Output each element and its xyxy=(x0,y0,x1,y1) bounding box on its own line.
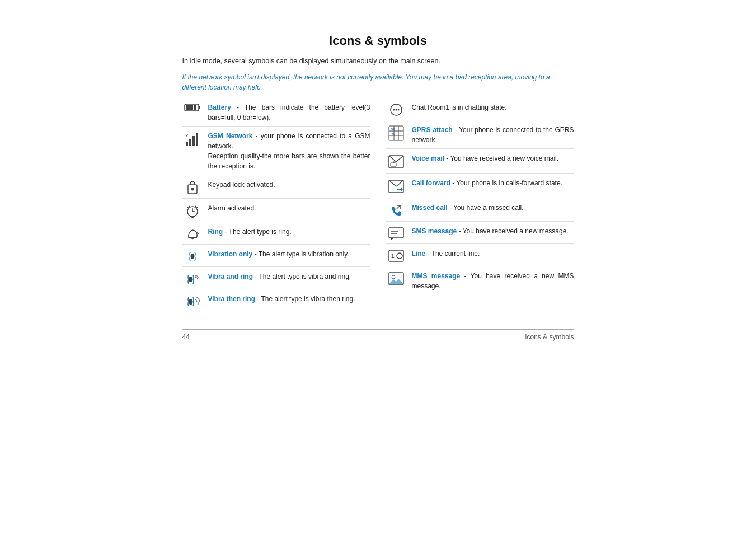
list-item: 1 Line - The current line. xyxy=(386,249,574,266)
vibra-then-ring-rest: - The alert type is vibra then ring. xyxy=(255,295,355,303)
svg-line-40 xyxy=(397,205,400,209)
list-item: Missed call - You have a missed call. xyxy=(386,203,574,222)
missed-call-icon-svg xyxy=(389,203,403,218)
svg-text:RS: RS xyxy=(391,132,395,135)
svg-rect-6 xyxy=(189,139,191,146)
vibra-ring-highlight: Vibra and ring xyxy=(208,273,253,280)
vibra-then-ring-desc: Vibra then ring - The alert type is vibr… xyxy=(208,294,370,304)
keypad-rest: Keypad lock activated. xyxy=(208,181,275,189)
vibra-ring-rest: - The alert type is vibra and ring. xyxy=(253,273,351,280)
call-forward-icon xyxy=(386,178,406,194)
ring-icon-svg xyxy=(186,227,199,241)
svg-point-46 xyxy=(397,253,402,259)
voicemail-icon xyxy=(386,153,406,170)
gsm-icon-svg: Y xyxy=(185,132,200,147)
ring-rest: - The alert type is ring. xyxy=(223,228,292,236)
svg-rect-4 xyxy=(194,105,196,110)
chat-icon-svg xyxy=(389,103,403,116)
voicemail-desc: Voice mail - You have received a new voi… xyxy=(412,153,574,163)
chat-rest: Chat Room1 is in chatting state. xyxy=(412,104,507,111)
list-item: GP RS GPRS attach - Your phone is connec… xyxy=(386,125,574,149)
list-item: Chat Room1 is in chatting state. xyxy=(386,102,574,120)
alarm-desc: Alarm activated. xyxy=(208,203,370,213)
svg-marker-49 xyxy=(389,279,403,284)
svg-line-39 xyxy=(396,180,403,186)
call-forward-rest: - Your phone is in calls-forward state. xyxy=(450,179,562,187)
gprs-highlight: GPRS attach xyxy=(412,126,453,134)
vibra-then-ring-highlight: Vibra then ring xyxy=(208,295,255,303)
ring-icon xyxy=(182,227,203,241)
svg-rect-7 xyxy=(192,136,195,146)
page-title: Icons & symbols xyxy=(182,34,574,48)
vibration-rest: - The alert type is vibration only. xyxy=(252,250,349,258)
list-item: MMS message - You have received a new MM… xyxy=(386,271,574,294)
svg-rect-20 xyxy=(189,299,192,305)
keypad-icon xyxy=(182,180,203,195)
list-item: Battery - The bars indicate the battery … xyxy=(182,102,370,127)
svg-rect-35 xyxy=(391,163,396,166)
call-forward-highlight: Call forward xyxy=(412,179,450,187)
sms-highlight: SMS message xyxy=(412,227,457,235)
ring-desc: Ring - The alert type is ring. xyxy=(208,227,370,237)
list-item: SMS message - You have received a new me… xyxy=(386,226,574,244)
svg-line-34 xyxy=(396,156,403,162)
sms-rest: - You have received a new message. xyxy=(457,227,568,235)
voicemail-rest: - You have received a new voice mail. xyxy=(444,154,558,162)
content-area: Icons & symbols In idle mode, several sy… xyxy=(182,34,574,341)
vibra-ring-icon-svg xyxy=(184,272,201,285)
missed-call-highlight: Missed call xyxy=(412,204,448,212)
battery-desc: Battery - The bars indicate the battery … xyxy=(208,102,370,123)
gprs-icon-svg: GP RS xyxy=(388,125,404,141)
list-item: Vibra and ring - The alert type is vibra… xyxy=(182,271,370,289)
alarm-rest: Alarm activated. xyxy=(208,204,256,212)
svg-rect-8 xyxy=(196,133,198,146)
vibration-highlight: Vibration only xyxy=(208,250,253,258)
svg-rect-41 xyxy=(389,228,403,238)
vibra-ring-icon xyxy=(182,271,203,285)
svg-line-33 xyxy=(389,156,396,162)
alarm-icon-svg xyxy=(186,204,199,218)
gsm-highlight: GSM Network xyxy=(208,132,253,140)
list-item: Vibration only - The alert type is vibra… xyxy=(182,249,370,267)
svg-point-48 xyxy=(392,275,395,279)
missed-call-icon xyxy=(386,203,406,218)
battery-icon xyxy=(182,102,203,112)
gsm-desc: GSM Network - your phone is connected to… xyxy=(208,131,370,171)
keypad-icon-svg xyxy=(186,180,199,195)
gsm-icon: Y xyxy=(182,131,203,147)
list-item: Ring - The alert type is ring. xyxy=(182,227,370,245)
svg-rect-3 xyxy=(190,105,193,110)
list-item: Y GSM Network - your phone is connected … xyxy=(182,131,370,175)
italic-note: If the network symbol isn't displayed, t… xyxy=(182,72,574,92)
call-forward-icon-svg xyxy=(388,179,404,194)
sms-icon xyxy=(386,226,406,240)
line-desc: Line - The current line. xyxy=(412,249,574,259)
list-item: Vibra then ring - The alert type is vibr… xyxy=(182,294,370,311)
mms-icon xyxy=(386,271,406,287)
gprs-icon: GP RS xyxy=(386,125,406,141)
list-item: Alarm activated. xyxy=(182,203,370,222)
voicemail-icon-svg xyxy=(388,154,404,170)
vibra-ring-desc: Vibra and ring - The alert type is vibra… xyxy=(208,271,370,282)
vibration-desc: Vibration only - The alert type is vibra… xyxy=(208,249,370,259)
list-item: Call forward - Your phone is in calls-fo… xyxy=(386,178,574,198)
vibra-then-ring-icon-svg xyxy=(184,294,201,308)
footer-section-title: Icons & symbols xyxy=(525,333,574,341)
battery-icon-svg xyxy=(184,103,201,112)
mms-icon-svg xyxy=(388,271,404,287)
left-column: Battery - The bars indicate the battery … xyxy=(182,102,370,316)
svg-text:Y: Y xyxy=(185,134,189,138)
sms-icon-svg xyxy=(388,227,404,240)
keypad-desc: Keypad lock activated. xyxy=(208,180,370,190)
page-container: Icons & symbols In idle mode, several sy… xyxy=(0,0,756,534)
gprs-desc: GPRS attach - Your phone is connected to… xyxy=(412,125,574,145)
svg-rect-2 xyxy=(186,105,190,110)
svg-point-23 xyxy=(395,109,397,110)
svg-rect-18 xyxy=(191,254,194,259)
svg-rect-19 xyxy=(189,277,192,282)
vibration-icon xyxy=(182,249,203,263)
call-forward-desc: Call forward - Your phone is in calls-fo… xyxy=(412,178,574,188)
list-item: Voice mail - You have received a new voi… xyxy=(386,153,574,174)
right-column: Chat Room1 is in chatting state. GP xyxy=(386,102,574,299)
battery-highlight: Battery xyxy=(208,104,231,111)
